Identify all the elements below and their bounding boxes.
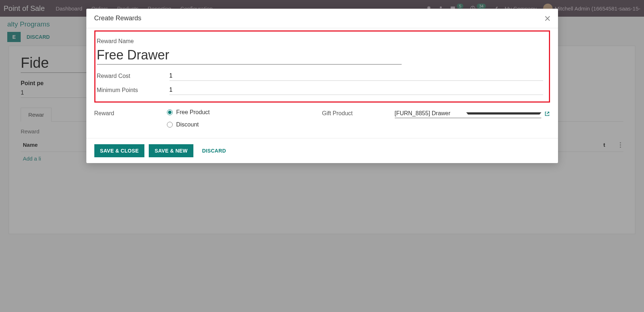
gift-product-value: [FURN_8855] Drawer xyxy=(395,110,466,117)
minimum-points-label: Minimum Points xyxy=(97,87,169,93)
reward-cost-input[interactable] xyxy=(169,71,543,81)
close-button[interactable] xyxy=(545,16,550,21)
modal-title: Create Rewards xyxy=(94,14,141,22)
chevron-down-icon[interactable] xyxy=(466,112,541,115)
radio-discount-label: Discount xyxy=(176,121,199,128)
reward-name-input[interactable] xyxy=(97,47,402,65)
gift-product-label: Gift Product xyxy=(322,109,395,117)
radio-discount[interactable]: Discount xyxy=(167,121,322,128)
external-link-icon[interactable] xyxy=(544,111,550,117)
gift-product-select[interactable]: [FURN_8855] Drawer xyxy=(395,109,541,118)
create-rewards-modal: Create Rewards Reward Name Reward Cost M… xyxy=(86,9,558,163)
save-new-button[interactable]: SAVE & NEW xyxy=(149,144,193,157)
save-close-button[interactable]: SAVE & CLOSE xyxy=(94,144,145,157)
radio-free-product[interactable]: Free Product xyxy=(167,109,322,116)
radio-free-product-input[interactable] xyxy=(167,109,173,115)
close-icon xyxy=(545,16,550,21)
reward-label: Reward xyxy=(94,109,167,117)
radio-free-product-label: Free Product xyxy=(176,109,210,116)
highlight-region: Reward Name Reward Cost Minimum Points xyxy=(94,30,550,103)
modal-discard-button[interactable]: DISCARD xyxy=(198,144,230,157)
reward-cost-label: Reward Cost xyxy=(97,73,169,79)
minimum-points-input[interactable] xyxy=(169,85,543,95)
reward-name-label: Reward Name xyxy=(97,38,543,45)
radio-discount-input[interactable] xyxy=(167,122,173,128)
